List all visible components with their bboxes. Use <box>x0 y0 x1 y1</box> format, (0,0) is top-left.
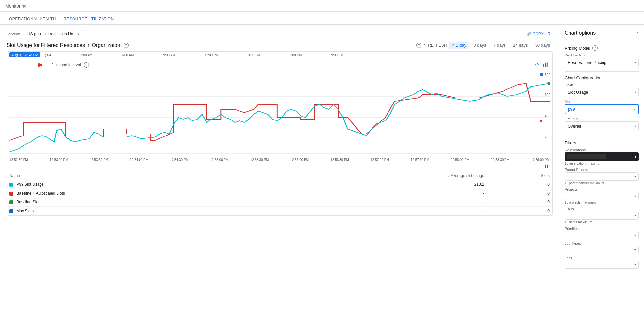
pause-button[interactable] <box>544 163 550 170</box>
users-dropdown[interactable]: ▾ <box>565 212 639 220</box>
legend-slots-cell: 0 <box>487 180 552 189</box>
priorities-field: Priorities ▾ <box>565 227 639 239</box>
table-row: Max Slots - 0 <box>7 207 552 215</box>
reservations-chevron-icon: ▾ <box>635 155 636 159</box>
location-value: US (multiple regions in Un... <box>27 32 76 36</box>
x-label-7: 12:56:00 PM <box>290 158 309 162</box>
chart-svg <box>9 72 550 157</box>
table-row: P99 Slot Usage 210.2 0 <box>7 180 552 189</box>
users-hint: 10 users maximum <box>565 220 639 224</box>
chart-toolbar <box>7 162 552 171</box>
interval-help-icon[interactable]: ? <box>84 62 89 68</box>
reservations-dropdown[interactable]: ▾ <box>565 152 639 161</box>
panel-close-button[interactable]: › <box>637 30 639 36</box>
copy-url-button[interactable]: 🔗 COPY URL <box>526 32 553 36</box>
time-btn-14days[interactable]: 14 days <box>510 42 531 49</box>
metric-dropdown[interactable]: p99 ▾ <box>565 104 639 114</box>
chart-title-area: Slot Usage for Filtered Resources in Org… <box>7 42 129 48</box>
parent-folders-dropdown[interactable]: ▾ <box>565 172 639 181</box>
time-label-3am: 3:00 AM <box>80 53 92 57</box>
group-by-label: Group by <box>565 117 639 121</box>
pricing-model-title: Pricing Model ? <box>565 45 639 51</box>
time-btn-7days[interactable]: 7 days <box>491 42 508 49</box>
x-label-8: 12:56:30 PM <box>330 158 349 162</box>
x-label-11: 12:58:00 PM <box>451 158 470 162</box>
workloads-dropdown[interactable]: Reservations Pricing ▾ <box>565 58 639 67</box>
job-types-dropdown[interactable]: ▾ <box>565 246 639 254</box>
projects-hint: 10 projects maximum <box>565 201 639 204</box>
legend-slots-cell: 0 <box>487 198 552 207</box>
group-by-chevron-icon: ▾ <box>634 124 636 128</box>
tab-resource-utilization[interactable]: RESOURCE UTILIZATION <box>60 17 118 24</box>
chart-bar-toggle[interactable] <box>542 62 548 69</box>
job-types-label: Job Types <box>565 241 639 245</box>
chart-config-title: Chart Configuration <box>565 75 639 80</box>
group-by-value: Overall <box>568 124 581 129</box>
chart-title-help-icon[interactable]: ? <box>124 43 129 48</box>
time-btn-3days[interactable]: 3 days <box>471 42 488 49</box>
legend-name: Max Slots <box>16 209 34 213</box>
job-types-field: Job Types ▾ <box>565 241 639 254</box>
chart-line-toggle[interactable] <box>534 62 540 69</box>
filters-title: Filters <box>565 140 639 145</box>
chart-label: Chart <box>565 83 639 87</box>
legend-name-cell: P99 Slot Usage <box>7 180 292 189</box>
app-bar: Monitoring <box>0 0 644 12</box>
legend-slots-cell: 0 <box>487 207 552 215</box>
projects-label: Projects <box>565 187 639 191</box>
tabs-bar: OPERATIONAL HEALTH RESOURCE UTILIZATION <box>0 12 644 25</box>
parent-folders-hint: 10 parent folders maximum <box>565 181 639 185</box>
jobs-dropdown[interactable]: ▾ <box>565 261 639 269</box>
projects-chevron-icon: ▾ <box>634 194 636 198</box>
jobs-label: Jobs <box>565 256 639 260</box>
time-btn-30days[interactable]: 30 days <box>532 42 553 49</box>
date-label-bar: Aug 3, 12:52 PM ug 04 3:00 AM 6:00 AM 9:… <box>7 52 552 58</box>
parent-folders-chevron-icon: ▾ <box>634 175 636 178</box>
chart-chevron-icon: ▾ <box>634 90 636 94</box>
date-chip: Aug 3, 12:52 PM <box>9 52 40 57</box>
chart-area[interactable]: 800 600 400 200 ★ <box>7 72 552 157</box>
x-label-12: 12:58:30 PM <box>491 158 509 162</box>
x-label-3: 12:54:00 PM <box>130 158 148 162</box>
x-label-9: 12:57:00 PM <box>371 158 389 162</box>
time-btn-1day[interactable]: ✓ 1 day <box>449 42 469 49</box>
location-dropdown[interactable]: US (multiple regions in Un... ▾ <box>25 30 82 38</box>
workloads-label: Workloads on <box>565 53 639 57</box>
svg-rect-12 <box>545 165 546 168</box>
filters-section: Filters Reservations ▾ 10 reservations m… <box>565 140 639 269</box>
panel-title-row: Chart options › <box>565 30 639 36</box>
arrow-annotation-icon <box>11 60 50 70</box>
reservations-hint: 10 reservations maximum <box>565 162 639 165</box>
legend-name: P99 Slot Usage <box>16 182 43 187</box>
group-by-dropdown[interactable]: Overall ▾ <box>565 121 639 131</box>
col-avg[interactable]: ↓ Average slot usage <box>292 171 487 180</box>
legend-color-dot <box>9 183 13 187</box>
time-label-3pm: 3:00 PM <box>248 53 260 57</box>
y-axis-400: 400 <box>545 114 550 118</box>
time-help-icon[interactable]: ? <box>416 43 421 48</box>
content-area: Location * US (multiple regions in Un...… <box>0 25 559 335</box>
users-chevron-icon: ▾ <box>634 214 636 217</box>
chart-dropdown[interactable]: Slot Usage ▾ <box>565 88 639 97</box>
refresh-button[interactable]: ↻ REFRESH <box>423 43 447 48</box>
bar-chart-icon <box>542 62 548 68</box>
projects-dropdown[interactable]: ▾ <box>565 192 639 200</box>
priorities-dropdown[interactable]: ▾ <box>565 231 639 239</box>
legend-name: Baseline + Autoscaled Slots <box>16 191 65 196</box>
panel-title-text: Chart options <box>565 30 596 36</box>
sort-icon: ↓ <box>448 173 450 178</box>
parent-folders-field: Parent Folders ▾ 10 parent folders maxim… <box>565 168 639 185</box>
tab-operational-health[interactable]: OPERATIONAL HEALTH <box>5 17 60 24</box>
chart-top-bar: 2 second interval ? <box>7 58 552 72</box>
metric-value: p99 <box>568 107 575 112</box>
jobs-chevron-icon: ▾ <box>634 263 636 266</box>
priorities-chevron-icon: ▾ <box>634 233 636 237</box>
line-chart-icon <box>534 62 540 68</box>
time-label-6pm: 6:00 PM <box>289 53 302 57</box>
right-panel: Chart options › Pricing Model ? Workload… <box>559 25 644 335</box>
pricing-help-icon[interactable]: ? <box>592 45 598 51</box>
priorities-label: Priorities <box>565 227 639 231</box>
location-bar: Location * US (multiple regions in Un...… <box>7 30 553 38</box>
y-axis-800: 800 <box>545 73 550 77</box>
link-icon: 🔗 <box>526 32 531 36</box>
